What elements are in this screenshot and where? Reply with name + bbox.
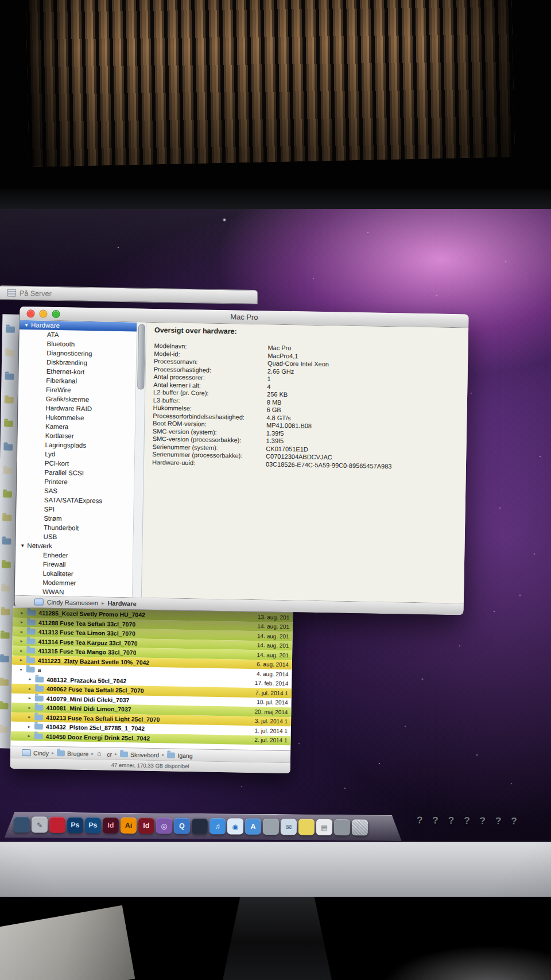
file-date: 17. feb. 2014 xyxy=(250,680,289,687)
sidebar-item-label: Modemmer xyxy=(42,579,76,587)
itunes-icon[interactable]: ♫ xyxy=(209,818,226,834)
question-mark-icon[interactable]: ? xyxy=(464,815,470,827)
overview-heading: Oversigt over hardware: xyxy=(154,326,468,340)
dark-app-icon[interactable] xyxy=(192,818,208,834)
list-item[interactable] xyxy=(0,576,14,600)
acrobat-icon[interactable] xyxy=(49,817,65,833)
path-item-label: cr xyxy=(107,750,112,757)
disclosure-triangle-icon[interactable]: ▾ xyxy=(20,667,26,672)
path-item[interactable]: Cindy xyxy=(16,749,49,756)
folder-icon xyxy=(35,686,44,692)
quicktime-icon[interactable]: Q xyxy=(174,818,190,834)
question-mark-icon[interactable]: ? xyxy=(495,815,502,827)
dock-icon-glyph: ✎ xyxy=(37,820,43,829)
scrollbar-thumb[interactable] xyxy=(137,324,145,389)
dock-items: ✎ Ps Ps Id xyxy=(14,816,368,835)
disclosure-triangle-icon[interactable]: ▸ xyxy=(21,629,27,634)
disclosure-triangle-icon[interactable]: ▸ xyxy=(28,705,34,710)
list-item[interactable] xyxy=(2,317,20,341)
disclosure-triangle-icon[interactable]: ▸ xyxy=(28,714,34,719)
computer-icon xyxy=(34,598,44,605)
file-date: 6. aug. 2014 xyxy=(252,661,289,668)
path-item[interactable]: ▸ cr xyxy=(88,750,112,758)
disclosure-triangle-icon[interactable]: ▸ xyxy=(28,724,34,729)
photoshop-icon[interactable]: Ps xyxy=(67,817,83,833)
list-item[interactable] xyxy=(1,412,18,435)
list-item[interactable] xyxy=(0,482,16,506)
question-mark-icon[interactable]: ? xyxy=(448,815,455,827)
disclosure-triangle-icon[interactable]: ▸ xyxy=(21,610,27,615)
sidebar-item-label: USB xyxy=(44,533,57,540)
stickies-icon[interactable] xyxy=(298,819,315,835)
path-item-icon xyxy=(57,750,65,756)
question-mark-icon[interactable]: ? xyxy=(479,815,486,827)
utility-icon[interactable] xyxy=(334,819,350,835)
list-item[interactable] xyxy=(1,365,18,388)
folder-icon xyxy=(27,629,36,634)
path-item[interactable]: ▸ Brugere xyxy=(49,749,89,757)
photo-backdrop: På Server xyxy=(0,0,551,980)
sidebar-item-label: Hukommelse xyxy=(45,414,84,421)
indesign-icon[interactable]: Id xyxy=(103,817,119,833)
file-date: 14. aug. 201 xyxy=(253,623,289,630)
list-item[interactable] xyxy=(2,341,19,365)
folder-icon xyxy=(1,609,10,615)
list-item[interactable] xyxy=(0,435,17,459)
sidebar-item-label: SAS xyxy=(44,487,57,494)
path-item-icon xyxy=(167,752,175,758)
disclosure-triangle-icon[interactable]: ▸ xyxy=(21,619,27,625)
aperture-icon[interactable]: ◎ xyxy=(156,818,172,834)
notes-icon[interactable]: ▤ xyxy=(316,819,332,835)
folder-icon xyxy=(2,561,11,568)
disclosure-triangle-icon[interactable]: ▼ xyxy=(20,543,27,548)
file-date: 4. aug. 2014 xyxy=(252,671,289,677)
mail-icon[interactable]: ✉ xyxy=(281,819,297,835)
list-item[interactable] xyxy=(0,529,15,553)
question-mark-icon[interactable]: ? xyxy=(511,816,517,827)
safari-icon[interactable]: ◉ xyxy=(227,818,243,834)
finder-icon[interactable] xyxy=(14,816,30,832)
list-item[interactable] xyxy=(1,388,18,412)
path-item[interactable]: ▸ Igang xyxy=(159,752,192,759)
illustrator-icon[interactable]: Ai xyxy=(121,818,137,834)
disclosure-triangle-icon[interactable]: ▸ xyxy=(29,686,35,691)
folder-icon xyxy=(26,667,35,672)
file-name: 411314 Fuse Tea Karpuz 33cl_7070 xyxy=(38,638,137,646)
disclosure-triangle-icon[interactable]: ▸ xyxy=(20,648,26,653)
appstore-icon[interactable]: A xyxy=(245,819,261,835)
list-item[interactable] xyxy=(0,459,17,482)
question-mark-icon[interactable]: ? xyxy=(432,815,439,826)
list-item[interactable] xyxy=(0,506,16,529)
file-name: 411313 Fuse Tea Limon 33cl_7070 xyxy=(38,629,135,637)
background-window-titlebar[interactable]: På Server xyxy=(0,285,258,304)
indesign-alt-icon[interactable]: Id xyxy=(138,818,154,834)
sidebar-item-label: Lagringsplads xyxy=(45,441,86,449)
dock-icon-glyph: ◎ xyxy=(161,822,167,830)
trash-icon[interactable] xyxy=(352,819,368,835)
file-date: 20. maj 2014 xyxy=(250,708,288,715)
disclosure-triangle-icon[interactable]: ▸ xyxy=(28,733,34,738)
disclosure-triangle-icon[interactable]: ▸ xyxy=(20,638,26,644)
pen-tool-icon[interactable]: ✎ xyxy=(32,816,48,832)
folder-icon xyxy=(34,705,43,711)
server-icon xyxy=(7,289,16,296)
path-item-label: Cindy xyxy=(33,749,49,756)
disclosure-triangle-icon[interactable]: ▸ xyxy=(20,657,26,663)
list-item[interactable] xyxy=(0,553,15,576)
disclosure-triangle-icon[interactable]: ▸ xyxy=(29,676,35,681)
file-date: 3. jul. 2014 1 xyxy=(250,718,288,725)
file-name: 410450 Dooz Energi Drink 25cl_7042 xyxy=(46,733,150,742)
disclosure-triangle-icon[interactable]: ▸ xyxy=(29,695,35,700)
dock-icon-glyph: A xyxy=(250,823,255,831)
list-item[interactable] xyxy=(0,600,14,623)
sidebar-item-label: Kamera xyxy=(45,423,68,431)
path-item[interactable]: ▸ Skrivebord xyxy=(112,750,159,758)
gray-app-icon[interactable] xyxy=(263,819,279,835)
photoshop-alt-icon[interactable]: Ps xyxy=(85,817,101,833)
sidebar-item-label: Lokaliteter xyxy=(42,570,73,578)
sidebar-item-label: PCI-kort xyxy=(45,460,69,467)
file-date: 14. aug. 201 xyxy=(252,652,289,659)
question-mark-icon[interactable]: ? xyxy=(417,815,423,826)
disclosure-triangle-icon[interactable]: ▼ xyxy=(24,322,31,327)
folder-icon xyxy=(34,714,43,720)
